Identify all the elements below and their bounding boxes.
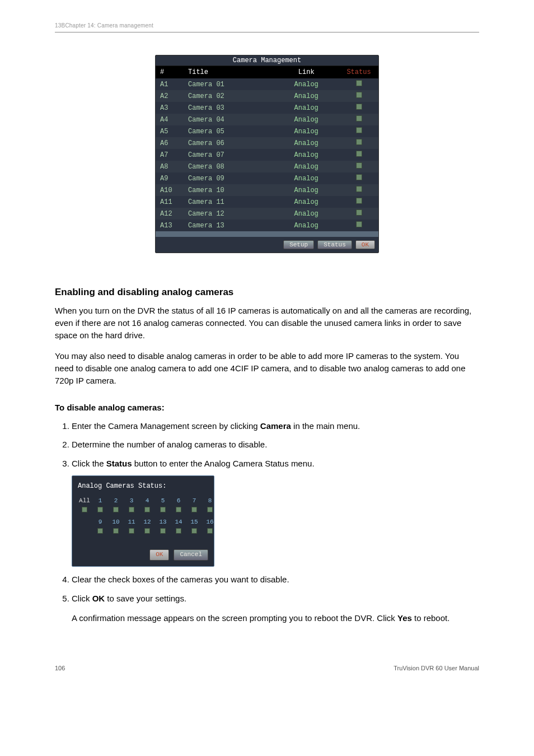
col-status: Status — [339, 66, 378, 78]
section-heading: Enabling and disabling analog cameras — [55, 287, 479, 298]
cell-num: A2 — [156, 90, 184, 102]
checkbox-icon[interactable] — [176, 507, 181, 512]
status-grid-cell[interactable] — [78, 518, 91, 537]
table-row[interactable]: A13 Camera 13 Analog — [156, 220, 378, 231]
table-row[interactable]: A6 Camera 06 Analog — [156, 137, 378, 149]
status-check-icon — [356, 221, 362, 227]
cell-status — [339, 208, 378, 220]
status-grid-cell[interactable]: 5 — [156, 497, 170, 516]
table-row[interactable]: A4 Camera 04 Analog — [156, 114, 378, 125]
status-grid-cell[interactable]: 11 — [125, 518, 138, 537]
table-row[interactable]: A1 Camera 01 Analog — [156, 78, 378, 90]
cell-num: A7 — [156, 149, 184, 161]
status-check-icon — [356, 139, 362, 145]
status-grid-cell[interactable]: 14 — [172, 518, 185, 537]
status-button[interactable]: Status — [317, 240, 352, 249]
table-row[interactable]: A2 Camera 02 Analog — [156, 90, 378, 102]
cm-scrollbar[interactable] — [156, 231, 378, 237]
cell-status — [339, 184, 378, 196]
table-row[interactable]: A8 Camera 08 Analog — [156, 161, 378, 172]
cell-link: Analog — [273, 196, 339, 208]
table-row[interactable]: A5 Camera 05 Analog — [156, 125, 378, 137]
checkbox-icon[interactable] — [160, 507, 166, 512]
checkbox-icon[interactable] — [97, 528, 103, 534]
grid-label — [78, 518, 91, 527]
table-row[interactable]: A11 Camera 11 Analog — [156, 196, 378, 208]
checkbox-icon[interactable] — [191, 528, 197, 534]
step3-text-a: Click the — [72, 459, 106, 468]
step-4: Clear the check boxes of the cameras you… — [72, 573, 479, 586]
step3-bold: Status — [106, 459, 132, 468]
checkbox-icon[interactable] — [191, 507, 197, 512]
cell-link: Analog — [273, 208, 339, 220]
cell-link: Analog — [273, 78, 339, 90]
cell-title: Camera 03 — [184, 102, 273, 114]
setup-button[interactable]: Setup — [283, 240, 314, 249]
cell-num: A10 — [156, 184, 184, 196]
checkbox-icon[interactable] — [129, 528, 134, 534]
table-row[interactable]: A9 Camera 09 Analog — [156, 172, 378, 184]
status-grid-cell[interactable]: 10 — [109, 518, 123, 537]
grid-label: 9 — [93, 518, 107, 527]
cell-status — [339, 220, 378, 231]
body-p2: You may also need to disable analog came… — [55, 350, 479, 386]
checkbox-icon[interactable] — [113, 528, 119, 534]
checkbox-icon[interactable] — [129, 507, 134, 512]
step5-bold: OK — [92, 594, 105, 603]
manual-name: TruVision DVR 60 User Manual — [394, 665, 479, 671]
status-ok-button[interactable]: OK — [149, 549, 169, 561]
checkbox-icon[interactable] — [160, 528, 166, 534]
cell-title: Camera 01 — [184, 78, 273, 90]
status-check-icon — [356, 127, 362, 133]
cell-link: Analog — [273, 184, 339, 196]
steps-label: To disable analog cameras: — [55, 403, 479, 412]
table-row[interactable]: A10 Camera 10 Analog — [156, 184, 378, 196]
checkbox-icon[interactable] — [207, 528, 213, 534]
cell-title: Camera 08 — [184, 161, 273, 172]
cell-link: Analog — [273, 161, 339, 172]
step1-bold: Camera — [260, 421, 291, 431]
status-grid-cell[interactable]: 16 — [203, 518, 217, 537]
step-3: Click the Status button to enter the Ana… — [72, 458, 479, 567]
step-1: Enter the Camera Management screen by cl… — [72, 420, 479, 432]
cell-num: A3 — [156, 102, 184, 114]
checkbox-icon[interactable] — [82, 507, 87, 512]
status-grid-cell[interactable]: 8 — [203, 497, 217, 516]
cm-title: Camera Management — [156, 55, 378, 66]
grid-label: 11 — [125, 518, 138, 527]
cell-status — [339, 161, 378, 172]
status-grid-cell[interactable]: All — [78, 497, 91, 516]
status-grid-cell[interactable]: 6 — [172, 497, 185, 516]
table-row[interactable]: A3 Camera 03 Analog — [156, 102, 378, 114]
grid-label: 15 — [188, 518, 201, 527]
status-grid-cell[interactable]: 1 — [93, 497, 107, 516]
checkbox-icon[interactable] — [97, 507, 103, 512]
checkbox-icon[interactable] — [144, 507, 150, 512]
status-grid-cell[interactable]: 7 — [188, 497, 201, 516]
analog-status-label: Analog Cameras Status: — [78, 482, 208, 491]
status-grid-cell[interactable]: 3 — [125, 497, 138, 516]
checkbox-icon[interactable] — [207, 507, 213, 512]
table-row[interactable]: A7 Camera 07 Analog — [156, 149, 378, 161]
cell-num: A12 — [156, 208, 184, 220]
table-row[interactable]: A12 Camera 12 Analog — [156, 208, 378, 220]
status-grid-cell[interactable]: 12 — [140, 518, 154, 537]
checkbox-icon[interactable] — [113, 507, 119, 512]
cell-title: Camera 02 — [184, 90, 273, 102]
checkbox-icon[interactable] — [144, 528, 150, 534]
col-num: # — [156, 66, 184, 78]
step-5: Click OK to save your settings. A confir… — [72, 592, 479, 625]
grid-label: 12 — [140, 518, 154, 527]
cell-link: Analog — [273, 125, 339, 137]
checkbox-icon[interactable] — [176, 528, 181, 534]
step5-bold2: Yes — [397, 613, 412, 623]
cell-status — [339, 78, 378, 90]
ok-button[interactable]: OK — [355, 240, 375, 249]
page-number: 106 — [55, 665, 65, 671]
status-grid-cell[interactable]: 2 — [109, 497, 123, 516]
status-cancel-button[interactable]: Cancel — [174, 549, 208, 561]
status-grid-cell[interactable]: 15 — [188, 518, 201, 537]
status-grid-cell[interactable]: 13 — [156, 518, 170, 537]
status-grid-cell[interactable]: 9 — [93, 518, 107, 537]
status-grid-cell[interactable]: 4 — [140, 497, 154, 516]
